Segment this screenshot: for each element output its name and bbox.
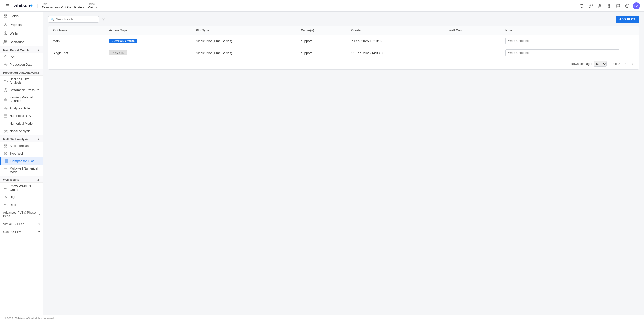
table-row: Main COMPANY WIDE Single Plot (Time Seri… — [48, 35, 639, 47]
sidebar-item-fields[interactable]: Fields — [0, 12, 43, 20]
flowing-icon — [4, 97, 8, 101]
filter-button[interactable] — [101, 16, 107, 23]
footer-text: © 2025 · Whitson AS. All rights reserved — [4, 317, 54, 320]
col-note: Note — [501, 26, 623, 35]
app-logo: whitson+ — [14, 3, 33, 8]
section-well-testing-label: Well Testing — [3, 178, 19, 181]
sidebar-item-production-data[interactable]: Production Data — [0, 61, 43, 69]
sidebar-item-dfit[interactable]: DFIT — [0, 201, 43, 209]
sidebar-item-comparison-plot[interactable]: Comparison Plot — [0, 157, 43, 165]
bottomhole-icon — [4, 88, 8, 92]
section-advanced-pvt[interactable]: Advanced PVT & Phase Beha... ▾ — [0, 209, 43, 220]
sidebar-item-projects[interactable]: Projects — [0, 20, 43, 29]
field-value-wrap[interactable]: Comparison Plot Certificate ▾ — [42, 5, 84, 9]
scenarios-label: Scenarios — [10, 40, 24, 44]
sidebar-item-numerical-model[interactable]: Numerical Model — [0, 120, 43, 127]
svg-marker-48 — [102, 18, 105, 20]
sidebar-item-auto-forecast[interactable]: Auto-Forecast — [0, 142, 43, 150]
collapse-well-testing-button[interactable]: ▲ — [37, 178, 40, 181]
decline-icon — [4, 79, 8, 83]
sidebar-item-numerical-rta[interactable]: Numerical RTA — [0, 112, 43, 120]
toolbar-left: 🔍 — [48, 16, 107, 23]
collapse-main-data-button[interactable]: ▲ — [37, 48, 40, 52]
projects-label: Projects — [10, 23, 22, 27]
hamburger-button[interactable]: ☰ — [4, 2, 11, 9]
type-well-label: Type Well — [10, 152, 24, 155]
wells-icon — [3, 31, 8, 36]
svg-rect-18 — [4, 122, 7, 125]
prev-page-button[interactable]: ‹ — [623, 61, 628, 66]
pagination-bar: Rows per page: 50 25 100 1-2 of 2 ‹ › — [48, 59, 639, 69]
cell-action-2: ⋮ — [623, 47, 639, 59]
svg-point-47 — [6, 188, 7, 189]
content-area: 🔍 ADD PLOT Plot Name Access Type — [43, 12, 644, 315]
sidebar-item-flowing[interactable]: Flowing Material Balance — [0, 94, 43, 105]
col-plot-name: Plot Name — [48, 26, 105, 35]
note-input-2[interactable] — [505, 49, 619, 56]
sidebar-item-wells[interactable]: Wells — [0, 29, 43, 38]
account-icon-button[interactable] — [596, 3, 603, 9]
cell-created-2: 11 Feb. 2025 14:33:56 — [347, 47, 445, 59]
next-page-button[interactable]: › — [630, 61, 635, 66]
cell-created-1: 7 Feb. 2025 15:13:02 — [347, 35, 445, 47]
sidebar-item-bottomhole[interactable]: Bottomhole Pressure — [0, 86, 43, 94]
temp-icon-button[interactable] — [605, 3, 613, 9]
svg-rect-15 — [4, 114, 7, 117]
section-multi-well: Multi-Well Analysis ▲ — [0, 135, 43, 142]
cell-note-1 — [501, 35, 623, 47]
chow-label: Chow Pressure Group — [10, 184, 40, 192]
rows-per-page-label: Rows per page: — [571, 62, 592, 66]
analytical-icon — [4, 106, 8, 110]
field-chevron-icon: ▾ — [83, 6, 84, 9]
chat-icon-button[interactable] — [615, 3, 622, 9]
sidebar: Fields Projects Wells Scenarios Main Dat… — [0, 12, 43, 315]
note-input-1[interactable] — [505, 38, 619, 44]
advanced-pvt-chevron-icon: ▾ — [38, 213, 40, 216]
advanced-pvt-label: Advanced PVT & Phase Beha... — [3, 211, 38, 218]
section-gas-eor[interactable]: Gas EOR PVT ▾ — [0, 228, 43, 236]
sidebar-item-pvt[interactable]: PVT — [0, 53, 43, 61]
production-data-label: Production Data — [10, 63, 32, 66]
section-production-analysis: Production Data Analysis ▲ — [0, 69, 43, 76]
separator: | — [37, 3, 38, 8]
sidebar-item-decline-curve[interactable]: Decline Curve Analysis — [0, 76, 43, 86]
field-value: Comparison Plot Certificate — [42, 5, 82, 9]
rows-per-page-select[interactable]: 50 25 100 — [594, 61, 607, 67]
top-bar-left: ☰ whitson+ | Field Comparison Plot Certi… — [4, 2, 575, 9]
sidebar-item-nodal[interactable]: Nodal Analysis — [0, 127, 43, 135]
sidebar-item-analytical-rta[interactable]: Analytical RTA — [0, 105, 43, 112]
link-icon-button[interactable] — [587, 3, 594, 9]
section-multi-well-label: Multi-Well Analysis — [3, 138, 28, 141]
chow-icon — [4, 186, 8, 190]
sidebar-item-chow[interactable]: Chow Pressure Group — [0, 183, 43, 193]
cell-plot-type-1: Single Plot (Time Series) — [192, 35, 297, 47]
type-well-icon — [4, 151, 8, 156]
sidebar-item-multi-well-numerical[interactable]: Multi-well Numerical Model — [0, 165, 43, 176]
field-group: Field Comparison Plot Certificate ▾ — [42, 3, 84, 9]
svg-point-46 — [5, 188, 6, 189]
sidebar-item-dqi[interactable]: DQI — [0, 193, 43, 201]
app-container: Fields Projects Wells Scenarios Main Dat… — [0, 12, 644, 315]
sidebar-item-scenarios[interactable]: Scenarios — [0, 38, 43, 46]
globe-icon-button[interactable] — [578, 3, 585, 9]
col-access-type: Access Type — [105, 26, 192, 35]
table-header-row: Plot Name Access Type Plot Type Owner(s)… — [48, 26, 639, 35]
virtual-pvt-chevron-icon: ▾ — [38, 222, 40, 226]
project-value-wrap[interactable]: Main ▾ — [87, 5, 97, 9]
field-label: Field — [42, 3, 84, 5]
collapse-multi-well-button[interactable]: ▲ — [37, 137, 40, 141]
multi-well-icon — [4, 168, 8, 172]
section-virtual-pvt[interactable]: Virtual PVT Lab ▾ — [0, 220, 43, 228]
table-container: Plot Name Access Type Plot Type Owner(s)… — [48, 26, 639, 70]
add-plot-button[interactable]: ADD PLOT — [616, 16, 639, 23]
pvt-label: PVT — [10, 55, 16, 59]
search-input[interactable] — [56, 18, 97, 21]
help-icon-button[interactable] — [624, 3, 631, 9]
avatar-button[interactable]: PA — [633, 2, 640, 9]
sidebar-item-type-well[interactable]: Type Well — [0, 150, 43, 157]
collapse-production-analysis-button[interactable]: ▲ — [37, 71, 40, 74]
col-actions — [623, 26, 639, 35]
nodal-icon — [4, 129, 8, 133]
row-action-button-2[interactable]: ⋮ — [628, 50, 635, 56]
fields-label: Fields — [10, 14, 19, 18]
